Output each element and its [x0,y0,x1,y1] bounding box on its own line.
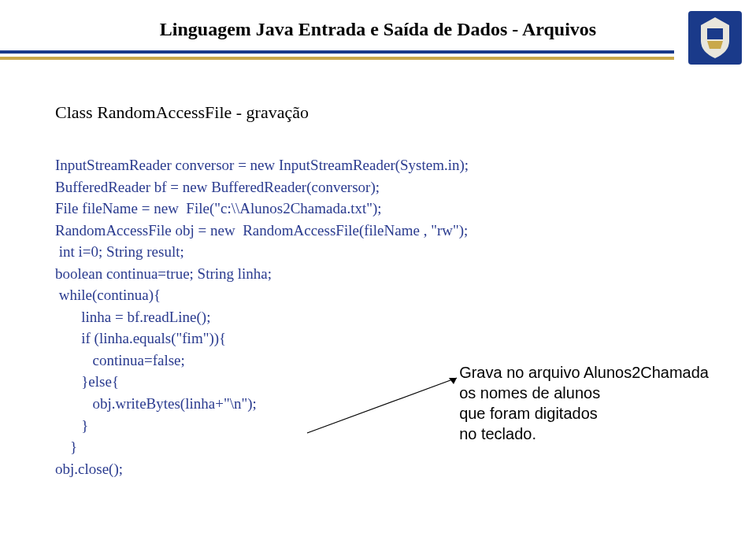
annotation-line: Grava no arquivo Alunos2Chamada [459,362,709,383]
slide-title: Linguagem Java Entrada e Saída de Dados … [0,19,756,40]
code-line: linha = bf.readLine(); [55,309,210,325]
code-line: } [55,439,77,455]
annotation-line: no teclado. [459,424,709,444]
code-line: obj.close(); [55,461,123,477]
code-line: continua=false; [55,352,185,368]
code-line: BufferedReader bf = new BufferedReader(c… [55,179,380,195]
section-heading: Class RandomAccessFile - gravação [55,102,701,123]
code-line: int i=0; String result; [55,243,184,260]
header-stripes [0,50,674,60]
annotation-line: os nomes de alunos [459,383,709,403]
code-line: obj.writeBytes(linha+"\n"); [55,395,257,412]
annotation-line: que foram digitados [459,403,709,424]
code-line: File fileName = new File("c:\\Alunos2Cha… [55,200,382,216]
annotation-text: Grava no arquivo Alunos2Chamada os nomes… [459,362,709,444]
code-line: }else{ [55,373,119,390]
slide-header: Linguagem Java Entrada e Saída de Dados … [0,0,756,71]
code-line: } [55,417,88,434]
institution-logo-icon [684,6,747,69]
svg-rect-1 [707,28,723,39]
code-line: InputStreamReader conversor = new InputS… [55,157,469,173]
code-line: boolean continua=true; String linha; [55,265,272,282]
code-line: if (linha.equals("fim")){ [55,330,226,346]
code-line: while(continua){ [55,287,161,303]
code-line: RandomAccessFile obj = new RandomAccessF… [55,222,468,239]
